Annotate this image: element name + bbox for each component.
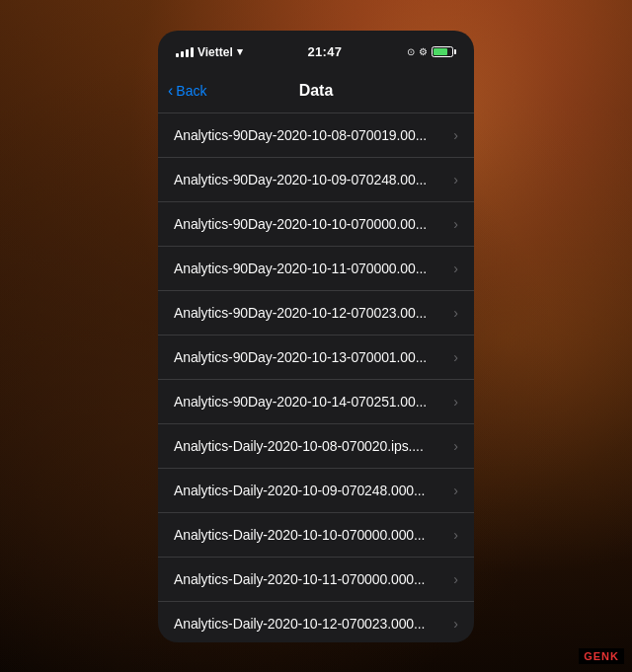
- nav-bar: ‹ Back Data: [158, 70, 474, 113]
- item-chevron-4: ›: [453, 261, 458, 276]
- genk-branding: GENK: [579, 648, 624, 664]
- item-text-12: Analytics-Daily-2020-10-12-070023.000...: [174, 616, 445, 632]
- back-button[interactable]: ‹ Back: [168, 82, 206, 100]
- gen-text: GEN: [584, 650, 610, 662]
- back-chevron-icon: ‹: [168, 82, 173, 100]
- item-chevron-8: ›: [453, 438, 458, 454]
- item-chevron-3: ›: [453, 216, 458, 232]
- carrier-name: Viettel: [198, 45, 233, 59]
- item-text-5: Analytics-90Day-2020-10-12-070023.00...: [174, 305, 445, 321]
- item-text-11: Analytics-Daily-2020-10-11-070000.000...: [174, 571, 445, 587]
- item-chevron-1: ›: [453, 127, 458, 143]
- alarm-icon: ⊙: [407, 46, 415, 57]
- phone-container: Viettel ▾ 21:47 ⊙ ⚙ ‹ Back Data Analytic…: [158, 31, 474, 642]
- list-item-3[interactable]: Analytics-90Day-2020-10-10-070000.00...›: [158, 202, 474, 247]
- item-text-2: Analytics-90Day-2020-10-09-070248.00...: [174, 172, 445, 187]
- item-chevron-9: ›: [453, 483, 458, 498]
- list-item-10[interactable]: Analytics-Daily-2020-10-10-070000.000...…: [158, 513, 474, 558]
- k-text: K: [610, 650, 619, 662]
- list-item-4[interactable]: Analytics-90Day-2020-10-11-070000.00...›: [158, 247, 474, 291]
- list-item-9[interactable]: Analytics-Daily-2020-10-09-070248.000...…: [158, 469, 474, 513]
- wifi-icon: ▾: [237, 45, 243, 58]
- item-text-1: Analytics-90Day-2020-10-08-070019.00...: [174, 127, 445, 143]
- back-label: Back: [176, 83, 206, 99]
- list-item-12[interactable]: Analytics-Daily-2020-10-12-070023.000...…: [158, 602, 474, 642]
- list-item-5[interactable]: Analytics-90Day-2020-10-12-070023.00...›: [158, 291, 474, 336]
- item-chevron-2: ›: [453, 172, 458, 187]
- battery-tip: [454, 49, 456, 54]
- item-text-4: Analytics-90Day-2020-10-11-070000.00...: [174, 261, 445, 276]
- signal-bar-4: [191, 47, 194, 57]
- item-chevron-12: ›: [453, 616, 458, 632]
- item-chevron-6: ›: [453, 349, 458, 365]
- file-list: Analytics-90Day-2020-10-08-070019.00...›…: [158, 113, 474, 642]
- status-time: 21:47: [308, 44, 343, 59]
- item-chevron-10: ›: [453, 527, 458, 543]
- list-item-7[interactable]: Analytics-90Day-2020-10-14-070251.00...›: [158, 380, 474, 424]
- settings-icon: ⚙: [419, 46, 428, 57]
- status-bar: Viettel ▾ 21:47 ⊙ ⚙: [158, 31, 474, 70]
- item-chevron-5: ›: [453, 305, 458, 321]
- battery-fill: [434, 48, 447, 55]
- list-item-8[interactable]: Analytics-Daily-2020-10-08-070020.ips...…: [158, 424, 474, 469]
- status-left: Viettel ▾: [176, 45, 243, 59]
- list-item-11[interactable]: Analytics-Daily-2020-10-11-070000.000...…: [158, 558, 474, 602]
- status-right: ⊙ ⚙: [407, 46, 456, 57]
- signal-bar-1: [176, 53, 179, 57]
- signal-bar-3: [186, 49, 189, 57]
- nav-title: Data: [299, 82, 334, 100]
- battery-body: [432, 46, 453, 57]
- item-text-3: Analytics-90Day-2020-10-10-070000.00...: [174, 216, 445, 232]
- list-item-6[interactable]: Analytics-90Day-2020-10-13-070001.00...›: [158, 336, 474, 380]
- signal-bar-2: [181, 51, 184, 57]
- item-chevron-7: ›: [453, 394, 458, 410]
- item-text-10: Analytics-Daily-2020-10-10-070000.000...: [174, 527, 445, 543]
- item-chevron-11: ›: [453, 571, 458, 587]
- item-text-8: Analytics-Daily-2020-10-08-070020.ips...…: [174, 438, 445, 454]
- list-item-2[interactable]: Analytics-90Day-2020-10-09-070248.00...›: [158, 158, 474, 202]
- item-text-6: Analytics-90Day-2020-10-13-070001.00...: [174, 349, 445, 365]
- list-item-1[interactable]: Analytics-90Day-2020-10-08-070019.00...›: [158, 113, 474, 158]
- item-text-9: Analytics-Daily-2020-10-09-070248.000...: [174, 483, 445, 498]
- item-text-7: Analytics-90Day-2020-10-14-070251.00...: [174, 394, 445, 410]
- battery-indicator: [432, 46, 456, 57]
- signal-bars: [176, 47, 194, 57]
